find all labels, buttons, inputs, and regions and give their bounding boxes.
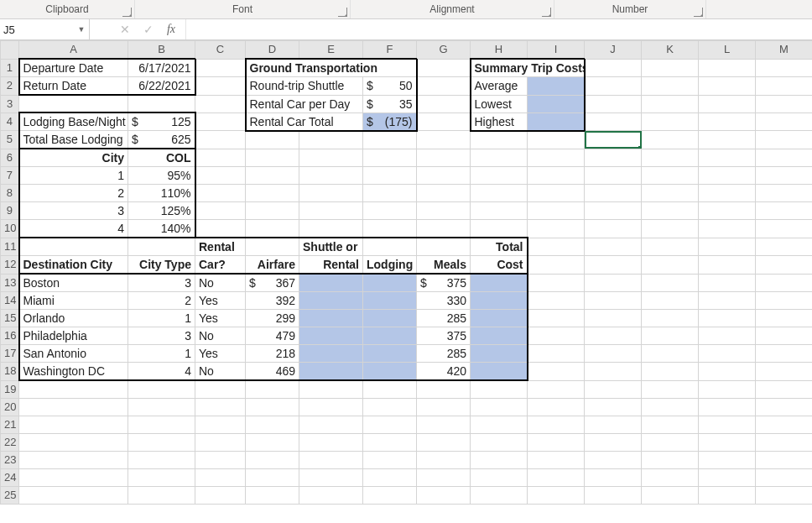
dialog-launcher-icon[interactable] — [542, 8, 551, 17]
dialog-launcher-icon[interactable] — [694, 8, 703, 17]
cell[interactable]: 479 — [246, 327, 299, 345]
cell[interactable] — [299, 274, 363, 292]
row-header[interactable]: 15 — [1, 310, 19, 327]
dialog-launcher-icon[interactable] — [338, 8, 347, 17]
row-header[interactable]: 22 — [1, 433, 19, 451]
cell[interactable]: 218 — [246, 345, 299, 363]
col-header[interactable]: K — [642, 41, 699, 60]
cell[interactable] — [417, 77, 471, 96]
cell[interactable]: 1 — [128, 345, 195, 363]
cell[interactable] — [471, 292, 528, 310]
row-header[interactable]: 17 — [1, 345, 19, 363]
row-header[interactable]: 9 — [1, 202, 19, 220]
cell[interactable]: 1 — [19, 167, 128, 185]
cell[interactable]: 125% — [128, 202, 195, 220]
cell[interactable]: Round-trip Shuttle — [246, 77, 363, 96]
cell[interactable] — [363, 274, 417, 292]
cell[interactable] — [19, 95, 128, 112]
cell[interactable]: 375 — [417, 327, 471, 345]
cell[interactable] — [299, 292, 363, 310]
cell[interactable]: 4 — [19, 220, 128, 238]
row-header[interactable]: 11 — [1, 238, 19, 256]
row-header[interactable]: 6 — [1, 149, 19, 167]
cell[interactable]: 6/17/2021 — [128, 59, 195, 77]
col-header[interactable]: A — [19, 41, 128, 60]
col-header[interactable]: H — [471, 41, 528, 60]
row-header[interactable]: 24 — [1, 468, 19, 486]
cell[interactable]: Destination City — [19, 256, 128, 275]
cell[interactable]: Miami — [19, 292, 128, 310]
col-header[interactable]: L — [699, 41, 756, 60]
cell[interactable]: Ground Transportation — [246, 59, 417, 77]
cell[interactable]: No — [195, 274, 246, 292]
cell[interactable] — [471, 310, 528, 327]
col-header[interactable]: M — [756, 41, 813, 60]
cell[interactable]: Yes — [195, 310, 246, 327]
row-header[interactable]: 25 — [1, 486, 19, 504]
cell[interactable]: Total Base Lodging — [19, 131, 128, 149]
cell[interactable]: $375 — [417, 274, 471, 292]
cell[interactable] — [363, 292, 417, 310]
cell[interactable]: 6/22/2021 — [128, 77, 195, 96]
col-header[interactable]: E — [299, 41, 363, 60]
col-header[interactable]: I — [528, 41, 585, 60]
cell[interactable]: COL — [128, 149, 195, 167]
cell[interactable]: Yes — [195, 292, 246, 310]
cell[interactable]: Summary Trip Costs — [471, 59, 585, 77]
cell[interactable]: Departure Date — [19, 59, 128, 77]
cell[interactable] — [471, 363, 528, 381]
cell[interactable] — [299, 363, 363, 381]
col-header[interactable]: C — [195, 41, 246, 60]
cell[interactable]: 285 — [417, 310, 471, 327]
cell[interactable] — [128, 238, 195, 256]
cell[interactable]: 140% — [128, 220, 195, 238]
cell[interactable]: $50 — [363, 77, 417, 96]
cell[interactable]: 330 — [417, 292, 471, 310]
cell[interactable]: 285 — [417, 345, 471, 363]
cell[interactable]: Lodging — [363, 256, 417, 275]
cell[interactable]: Average — [471, 77, 528, 96]
cell[interactable]: Lowest — [471, 95, 528, 112]
cancel-icon[interactable]: ✕ — [120, 23, 130, 36]
cell[interactable]: $367 — [246, 274, 299, 292]
cell[interactable]: San Antonio — [19, 345, 128, 363]
cell[interactable]: Shuttle or — [299, 238, 363, 256]
col-header[interactable]: J — [585, 41, 642, 60]
col-header[interactable]: B — [128, 41, 195, 60]
spreadsheet-grid[interactable]: A B C D E F G H I J K L M 1 Departure Da… — [0, 40, 812, 523]
selected-cell[interactable] — [585, 131, 642, 149]
cell[interactable]: Yes — [195, 345, 246, 363]
cell[interactable]: 299 — [246, 310, 299, 327]
row-header[interactable]: 7 — [1, 167, 19, 185]
cell[interactable]: Car? — [195, 256, 246, 275]
row-header[interactable]: 8 — [1, 185, 19, 202]
select-all-corner[interactable] — [1, 41, 19, 60]
cell[interactable] — [246, 238, 299, 256]
cell[interactable]: $125 — [128, 112, 195, 131]
cell[interactable] — [528, 112, 585, 131]
cell[interactable]: Highest — [471, 112, 528, 131]
row-header[interactable]: 19 — [1, 380, 19, 398]
cell[interactable]: 392 — [246, 292, 299, 310]
cell[interactable] — [471, 345, 528, 363]
col-header[interactable]: G — [417, 41, 471, 60]
cell[interactable]: 4 — [128, 363, 195, 381]
cell[interactable] — [195, 59, 246, 77]
cell[interactable]: No — [195, 327, 246, 345]
cell[interactable] — [528, 77, 585, 96]
cell[interactable]: Return Date — [19, 77, 128, 96]
row-header[interactable]: 1 — [1, 59, 19, 77]
cell[interactable] — [299, 345, 363, 363]
name-box[interactable]: J5 ▼ — [0, 19, 90, 39]
cell[interactable]: 420 — [417, 363, 471, 381]
cell[interactable] — [417, 238, 471, 256]
cell[interactable]: Rental Car per Day — [246, 95, 363, 112]
cell[interactable]: 3 — [128, 327, 195, 345]
cell[interactable] — [471, 327, 528, 345]
cell[interactable] — [299, 310, 363, 327]
row-header[interactable]: 16 — [1, 327, 19, 345]
row-header[interactable]: 2 — [1, 77, 19, 96]
row-header[interactable]: 13 — [1, 274, 19, 292]
chevron-down-icon[interactable]: ▼ — [77, 25, 86, 34]
row-header[interactable]: 10 — [1, 220, 19, 238]
